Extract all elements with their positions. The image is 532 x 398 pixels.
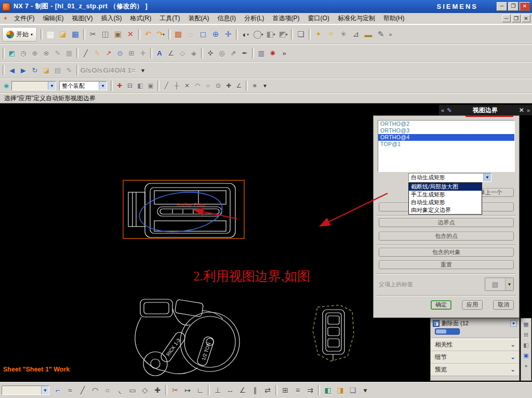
save-button[interactable]: ▦ xyxy=(69,28,82,41)
snap-quadrant-button[interactable]: ⊙ xyxy=(213,81,223,91)
scale-1-button[interactable]: 1= xyxy=(126,64,137,76)
chevron-down-icon[interactable]: ⌄ xyxy=(509,353,517,362)
paste-button[interactable]: ▣ xyxy=(112,28,124,41)
snap-intersection-button[interactable]: ✕ xyxy=(182,81,192,91)
point-target-button[interactable]: ⊕ xyxy=(29,47,41,59)
target-circle-button[interactable]: ◎ xyxy=(216,47,228,59)
mini-panel-2-button[interactable]: ⊞ xyxy=(522,330,530,339)
zoom-target-button[interactable]: ⊙ xyxy=(114,47,126,59)
snap-angle-button[interactable]: ∠ xyxy=(234,81,244,91)
cut-button[interactable]: ✂ xyxy=(87,28,99,41)
selection-filter-combobox[interactable]: ▼ xyxy=(11,81,56,90)
view-list[interactable]: ORTHO@2ORTHO@3ORTHO@4TOP@1 xyxy=(378,120,515,172)
key-2-button[interactable]: ✧ xyxy=(325,28,337,41)
leader-button[interactable]: ⇗ xyxy=(228,47,239,59)
pan-button[interactable]: ✛ xyxy=(222,28,234,41)
boundary-type-option[interactable]: 截断线/局部放大图 xyxy=(409,183,482,191)
flash-button[interactable]: ϟ xyxy=(91,47,103,59)
grid-button[interactable]: ▦ xyxy=(63,47,75,59)
snap-point-button[interactable]: ✚ xyxy=(223,81,234,91)
grid-plus-button[interactable]: ⊞ xyxy=(126,47,137,59)
tools-button[interactable]: ✳ xyxy=(337,28,350,41)
front-view-geometry[interactable] xyxy=(135,299,240,376)
leader-arrow-button[interactable]: ↗ xyxy=(103,47,114,59)
edit-annotation-button[interactable]: ✒ xyxy=(239,47,250,59)
style-button[interactable]: ◧ xyxy=(322,384,334,396)
boundary-point-button[interactable]: 边界点 xyxy=(379,218,514,227)
face-filter-button[interactable]: ▣ xyxy=(145,81,156,91)
point-button[interactable]: ✚ xyxy=(151,384,164,396)
annotate-button[interactable]: ✎ xyxy=(375,28,387,41)
mini-panel-4-button[interactable]: ▣ xyxy=(522,351,530,360)
dropdown-arrow-icon[interactable]: ▾ xyxy=(286,32,288,37)
chevron-down-icon[interactable]: ▼ xyxy=(41,386,49,394)
center-mark-button[interactable]: ✜ xyxy=(205,47,216,59)
include-point-button[interactable]: 包含的点 xyxy=(379,232,514,241)
open-file-button[interactable]: ◪ xyxy=(57,28,69,41)
profile-button[interactable]: ⌐ xyxy=(51,384,64,396)
dialog-close-icon[interactable]: ✕ xyxy=(519,107,524,114)
edit-sketch-button[interactable]: ✎ xyxy=(52,47,63,59)
section-dependencies[interactable]: 相关性 ⌄ xyxy=(431,339,519,351)
ruler-button[interactable]: ▬ xyxy=(362,28,375,41)
quick-trim-button[interactable]: ✂ xyxy=(169,384,181,396)
parent-label-dropdown[interactable]: ▤ ▼ xyxy=(485,277,514,291)
more-tools-button[interactable]: ▾ xyxy=(359,384,371,396)
mirror-curve-button[interactable]: ⇄ xyxy=(261,384,274,396)
work-part-button[interactable]: ■ xyxy=(249,81,260,91)
snap-toggle-button[interactable]: ◩ xyxy=(6,47,18,59)
view-list-item[interactable]: ORTHO@2 xyxy=(378,121,514,127)
selection-ball-icon[interactable]: ◉ xyxy=(1,81,11,91)
pattern-curve-button[interactable]: ⊞ xyxy=(279,384,291,396)
menu-item[interactable]: 分析(L) xyxy=(240,12,269,24)
zoom-window-button[interactable]: ◻ xyxy=(197,28,209,41)
menu-item[interactable]: 帮助(H) xyxy=(379,12,409,24)
balloon-button[interactable]: ◈ xyxy=(188,47,200,59)
update-views-button[interactable]: ↻ xyxy=(29,64,41,76)
dropdown-arrow-icon[interactable]: ▾ xyxy=(261,32,263,37)
dropdown-arrow-icon[interactable]: ▾ xyxy=(247,32,249,37)
shaded-view-button[interactable]: ◐▾ xyxy=(240,28,252,41)
chevron-down-icon[interactable]: ⌄ xyxy=(509,341,517,349)
redo-button[interactable]: ↷▾ xyxy=(154,28,167,41)
maximize-button[interactable]: ❐ xyxy=(508,2,518,11)
chevron-down-icon[interactable]: ▼ xyxy=(48,82,56,90)
menu-item[interactable]: 标准化与定制 xyxy=(334,12,379,24)
object-4-button[interactable]: O/4 xyxy=(114,64,126,76)
cancel-button[interactable]: 取消 xyxy=(493,300,514,310)
boundary-type-option[interactable]: 手工生成矩形 xyxy=(409,191,482,198)
dropdown-arrow-icon[interactable]: ▾ xyxy=(163,32,165,37)
grid-snap-button[interactable]: G/s xyxy=(80,64,91,76)
drawing-folder-button[interactable]: ◪ xyxy=(41,64,52,76)
iso-view-button[interactable]: ◩▾ xyxy=(277,28,289,41)
solid-filter-button[interactable]: ◧ xyxy=(135,81,145,91)
constraints-button[interactable]: ⊥ xyxy=(211,384,224,396)
menu-item[interactable]: 工具(T) xyxy=(155,12,184,24)
sketch-name-combobox[interactable]: ▼ xyxy=(2,386,49,395)
toolbar-overflow[interactable]: » xyxy=(387,28,394,41)
chevron-down-icon[interactable]: ▼ xyxy=(483,174,491,181)
dropdown-arrow-icon[interactable]: ▾ xyxy=(273,32,275,37)
mini-panel-1-button[interactable]: ▦ xyxy=(522,320,530,328)
circle-button[interactable]: ○ xyxy=(101,384,114,396)
ok-button[interactable]: 确定 xyxy=(431,300,451,310)
boundary-type-combobox[interactable]: 自动生成矩形 ▼ xyxy=(408,173,491,182)
menu-item[interactable]: 视图(V) xyxy=(68,12,97,24)
chevron-down-icon[interactable]: ▼ xyxy=(99,82,107,90)
orient-view-button[interactable]: ◧▾ xyxy=(264,28,277,41)
delay-button[interactable]: ◷ xyxy=(18,47,29,59)
mini-panel-3-button[interactable]: ◧ xyxy=(522,341,530,349)
arc-button[interactable]: ◠ xyxy=(89,384,101,396)
zoom-in-out-button[interactable]: ⊕ xyxy=(209,28,222,41)
view-list-item[interactable]: ORTHO@3 xyxy=(378,127,514,134)
nx-app-icon[interactable] xyxy=(2,3,10,11)
select-box-button[interactable]: ◌ xyxy=(184,28,197,41)
chevron-down-icon[interactable]: ▼ xyxy=(505,278,513,290)
parallel-dim-button[interactable]: ∥ xyxy=(249,384,261,396)
custom-wheel-button[interactable]: ✺ xyxy=(267,47,278,59)
close-button[interactable]: ✕ xyxy=(520,2,530,11)
remove-filter-button[interactable]: ⊟ xyxy=(125,81,135,91)
prev-sheet-button[interactable]: ◀ xyxy=(6,64,18,76)
menu-item[interactable]: 信息(I) xyxy=(214,12,240,24)
crosshair-button[interactable]: ✛ xyxy=(137,47,149,59)
